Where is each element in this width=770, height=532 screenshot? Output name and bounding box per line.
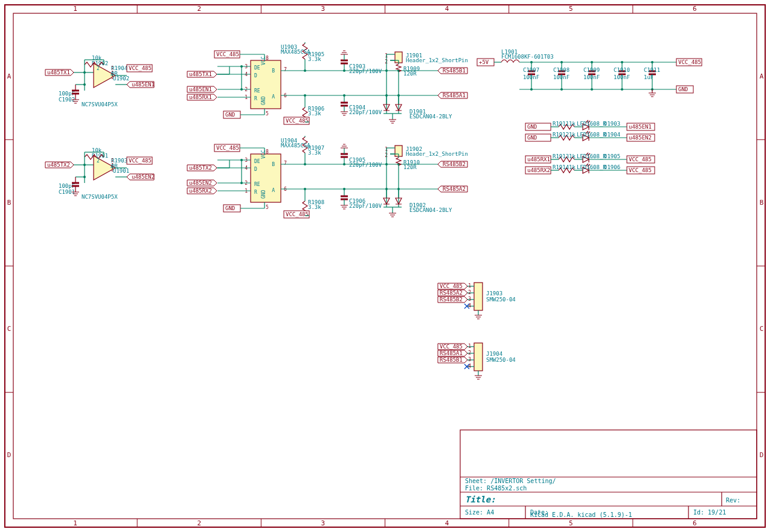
svg-text:+5V: +5V (479, 59, 489, 65)
svg-text:3: 3 (321, 5, 326, 13)
svg-text:LED1608_R: LED1608_R (577, 164, 606, 170)
svg-text:VCC_485: VCC_485 (129, 158, 152, 164)
svg-text:3.3k: 3.3k (308, 56, 321, 62)
svg-text:3: 3 (468, 296, 471, 302)
svg-point-226 (621, 88, 623, 91)
svg-rect-281 (474, 283, 483, 310)
svg-text:GND: GND (225, 205, 235, 211)
svg-point-218 (591, 88, 593, 91)
svg-text:C1910: C1910 (614, 67, 630, 73)
led-rows: GNDR19111kLED1608_RD1903u485EN1GNDR19121… (525, 120, 655, 174)
svg-text:RS485A2: RS485A2 (440, 290, 463, 296)
svg-text:RS485B2: RS485B2 (443, 161, 466, 167)
svg-text:1k: 1k (569, 153, 576, 159)
svg-text:D: D (7, 451, 11, 459)
svg-text:u485EN1: u485EN1 (629, 124, 652, 130)
svg-text:VCC_485: VCC_485 (440, 283, 463, 289)
svg-text:3.3k: 3.3k (308, 204, 321, 210)
svg-text:GND: GND (225, 112, 235, 118)
svg-text:2: 2 (197, 519, 201, 527)
svg-text:u485EN2: u485EN2 (629, 135, 652, 141)
svg-text:J1903: J1903 (486, 290, 502, 296)
svg-text:RS485B2: RS485B2 (440, 296, 463, 303)
svg-text:NC7SVU04P5X: NC7SVU04P5X (82, 101, 118, 107)
svg-text:GND: GND (527, 135, 537, 141)
svg-text:D1906: D1906 (604, 164, 620, 170)
svg-text:GND: GND (527, 124, 537, 130)
svg-text:u485EN2: u485EN2 (189, 180, 212, 186)
svg-text:u485RX2: u485RX2 (189, 188, 212, 194)
svg-text:D1903: D1903 (604, 121, 620, 127)
svg-text:NC7SVU04P5X: NC7SVU04P5X (82, 194, 118, 200)
svg-text:B: B (7, 199, 11, 207)
svg-rect-315 (460, 430, 757, 519)
svg-text:2: 2 (468, 290, 471, 295)
svg-text:C1907: C1907 (523, 67, 539, 73)
schematic-canvas[interactable]: u485TX1 R1902 10k 2 4 U1902 NC7SVU04P5X … (0, 0, 770, 532)
svg-text:A: A (7, 72, 11, 80)
svg-text:1: 1 (73, 519, 77, 527)
svg-text:R1912: R1912 (553, 132, 569, 138)
svg-text:2: 2 (97, 158, 100, 164)
svg-text:4: 4 (445, 5, 449, 13)
svg-text:1k: 1k (569, 132, 576, 138)
svg-text:R1913: R1913 (553, 153, 569, 159)
svg-text:SMW250-04: SMW250-04 (486, 357, 516, 363)
svg-point-6 (83, 71, 86, 74)
svg-text:u485EN2: u485EN2 (132, 174, 155, 180)
svg-text:3: 3 (468, 357, 471, 362)
svg-text:LED1608_R: LED1608_R (577, 153, 606, 159)
svg-text:VCC_485: VCC_485 (678, 59, 701, 65)
svg-text:1k: 1k (569, 121, 576, 127)
svg-text:R1911: R1911 (553, 121, 569, 127)
svg-text:VCC_485: VCC_485 (216, 145, 239, 151)
frame-outer (5, 5, 765, 527)
svg-text:C1908: C1908 (553, 67, 569, 73)
svg-text:D: D (760, 451, 764, 459)
svg-text:6: 6 (693, 519, 697, 527)
svg-text:Id: 19/21: Id: 19/21 (693, 509, 726, 516)
svg-text:100nF: 100nF (614, 74, 630, 80)
svg-text:Header_1x2_ShortPin: Header_1x2_ShortPin (406, 151, 468, 157)
svg-text:VCC_485: VCC_485 (216, 51, 239, 57)
svg-text:u485TX2: u485TX2 (47, 162, 70, 168)
svg-text:u485EN1: u485EN1 (132, 82, 155, 88)
svg-text:C1911: C1911 (644, 67, 660, 73)
svg-point-202 (530, 88, 533, 91)
svg-text:u485TX1: u485TX1 (189, 71, 212, 77)
svg-rect-298 (474, 343, 483, 371)
svg-text:220pF/100V: 220pF/100V (349, 68, 382, 74)
svg-text:1: 1 (468, 283, 471, 289)
svg-text:1: 1 (73, 5, 77, 13)
svg-text:KiCad E.D.A.  kicad (5.1.9)-1: KiCad E.D.A. kicad (5.1.9)-1 (530, 511, 632, 518)
svg-text:R1914: R1914 (553, 164, 569, 170)
svg-text:100nF: 100nF (523, 74, 539, 80)
svg-point-35 (83, 164, 86, 166)
svg-text:220pF/100V: 220pF/100V (349, 109, 382, 115)
svg-text:u485TX2: u485TX2 (189, 165, 212, 171)
svg-text:100nF: 100nF (553, 74, 569, 80)
svg-text:File: RS485x2.sch: File: RS485x2.sch (465, 485, 527, 492)
svg-text:Size: A4: Size: A4 (465, 509, 494, 516)
svg-text:120R: 120R (403, 71, 417, 77)
svg-text:120R: 120R (403, 164, 417, 170)
svg-text:D1904: D1904 (604, 132, 620, 138)
svg-text:1k: 1k (569, 164, 576, 170)
svg-text:Rev:: Rev: (726, 497, 740, 504)
svg-text:3: 3 (321, 519, 326, 527)
svg-text:RS485B1: RS485B1 (443, 68, 466, 74)
svg-text:VCC_485: VCC_485 (629, 156, 652, 162)
svg-text:2: 2 (97, 66, 100, 71)
svg-text:RS485A2: RS485A2 (443, 186, 466, 192)
svg-text:ESDCAN04-2BLY: ESDCAN04-2BLY (409, 114, 452, 120)
svg-text:u485EN1: u485EN1 (189, 86, 212, 92)
svg-text:VCC_485: VCC_485 (129, 65, 152, 71)
svg-text:A: A (760, 72, 764, 80)
svg-text:B: B (760, 199, 764, 207)
svg-text:4: 4 (445, 519, 449, 527)
svg-text:MAX485CSA: MAX485CSA (281, 143, 310, 149)
svg-text:u485RX1: u485RX1 (527, 156, 550, 162)
svg-text:u485TX1: u485TX1 (47, 69, 70, 75)
svg-text:1uF: 1uF (644, 74, 653, 80)
svg-text:ESDCAN04-2BLY: ESDCAN04-2BLY (409, 207, 452, 213)
